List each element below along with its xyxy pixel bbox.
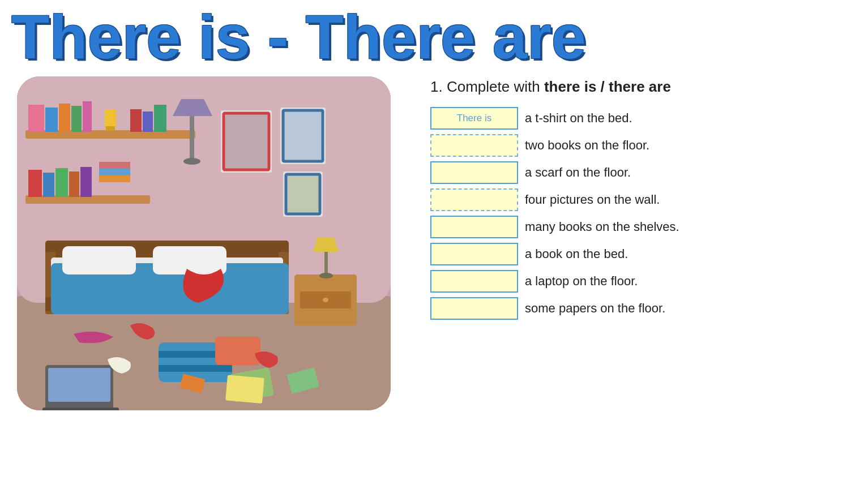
bedroom-container: [11, 71, 396, 475]
svg-rect-23: [80, 167, 92, 197]
svg-rect-49: [159, 365, 232, 372]
exercise-rows: There isa t-shirt on the bed.two books o…: [430, 107, 840, 320]
svg-rect-26: [99, 162, 130, 169]
svg-rect-10: [83, 101, 92, 132]
svg-rect-32: [286, 174, 320, 214]
exercise-row: four pictures on the wall.: [430, 188, 840, 211]
svg-rect-7: [45, 108, 58, 132]
svg-rect-9: [71, 106, 82, 132]
answer-box-2[interactable]: [430, 161, 518, 184]
bedroom-illustration: [17, 76, 391, 410]
svg-rect-52: [225, 375, 264, 403]
svg-rect-15: [154, 105, 166, 132]
svg-rect-22: [69, 171, 79, 197]
svg-rect-16: [190, 116, 194, 161]
exercise-row: a scarf on the floor.: [430, 161, 840, 184]
svg-rect-19: [28, 170, 42, 197]
answer-box-3[interactable]: [430, 188, 518, 211]
exercise-row: a book on the bed.: [430, 243, 840, 265]
svg-point-46: [319, 273, 333, 278]
svg-rect-21: [55, 168, 68, 197]
svg-rect-54: [48, 368, 110, 402]
title-bar: There is - There are: [0, 0, 868, 71]
svg-rect-8: [59, 104, 70, 132]
sentence-text-3: four pictures on the wall.: [525, 191, 660, 209]
page-title: There is - There are: [0, 6, 868, 68]
exercise-row: two books on the floor.: [430, 134, 840, 157]
exercise-container: 1. Complete with there is / there are Th…: [396, 71, 857, 475]
svg-rect-55: [42, 408, 119, 410]
svg-rect-40: [153, 246, 226, 274]
main-content: 1. Complete with there is / there are Th…: [0, 71, 868, 475]
sentence-text-5: a book on the bed.: [525, 246, 628, 263]
answer-box-6[interactable]: [430, 270, 518, 293]
svg-rect-50: [215, 337, 260, 365]
answer-box-4[interactable]: [430, 216, 518, 238]
exercise-row: There isa t-shirt on the bed.: [430, 107, 840, 130]
sentence-text-0: a t-shirt on the bed.: [525, 110, 632, 127]
svg-rect-44: [324, 252, 328, 276]
answer-box-5[interactable]: [430, 243, 518, 265]
svg-point-43: [323, 298, 328, 302]
svg-marker-11: [105, 109, 116, 127]
exercise-instruction: 1. Complete with there is / there are: [430, 76, 840, 97]
sentence-text-7: some papers on the floor.: [525, 300, 665, 318]
sentence-text-6: a laptop on the floor.: [525, 273, 638, 290]
exercise-row: many books on the shelves.: [430, 216, 840, 238]
svg-rect-12: [106, 126, 115, 131]
svg-rect-39: [62, 246, 136, 274]
answer-box-0[interactable]: There is: [430, 107, 518, 130]
answer-box-7[interactable]: [430, 297, 518, 320]
svg-rect-13: [130, 109, 142, 132]
answer-box-1[interactable]: [430, 134, 518, 157]
svg-rect-30: [283, 110, 323, 161]
svg-rect-24: [99, 175, 130, 182]
svg-rect-14: [143, 111, 153, 132]
svg-point-18: [183, 158, 200, 165]
sentence-text-4: many books on the shelves.: [525, 218, 679, 236]
svg-rect-28: [224, 113, 269, 170]
svg-rect-20: [43, 173, 54, 197]
sentence-text-2: a scarf on the floor.: [525, 164, 631, 182]
exercise-row: a laptop on the floor.: [430, 270, 840, 293]
svg-rect-6: [28, 105, 44, 132]
exercise-row: some papers on the floor.: [430, 297, 840, 320]
sentence-text-1: two books on the floor.: [525, 137, 649, 155]
svg-rect-25: [99, 169, 130, 175]
